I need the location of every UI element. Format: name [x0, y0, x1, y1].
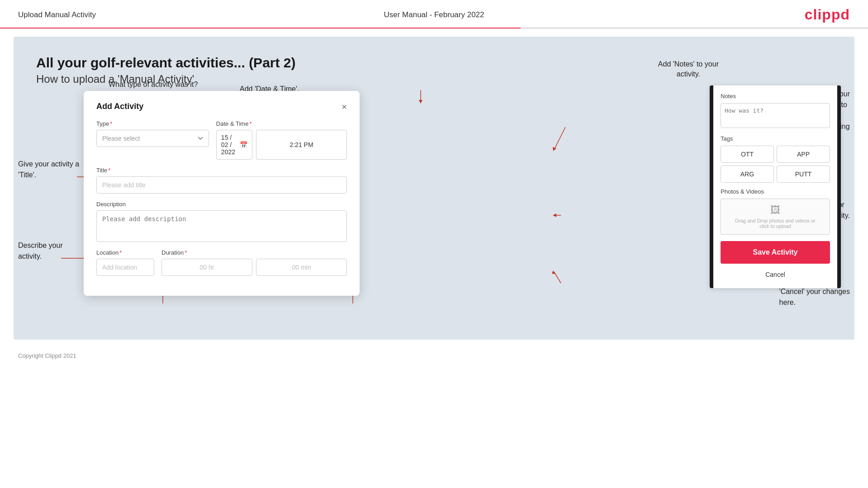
duration-hr-input[interactable] [161, 259, 252, 276]
notes-textarea[interactable] [721, 103, 830, 128]
date-input-group[interactable]: 15 / 02 / 2022 📅 [216, 130, 252, 160]
top-bar: Upload Manual Activity User Manual - Feb… [0, 0, 868, 28]
svg-marker-13 [419, 100, 422, 104]
annotation-title: Give your activity a'Title'. [18, 159, 79, 180]
desc-label: Description [96, 201, 347, 208]
type-group: Type* Please select [96, 120, 209, 160]
add-activity-dialog: Add Activity × Type* Please select Date … [84, 91, 360, 296]
title-input[interactable] [96, 176, 347, 194]
right-panel-inner: Notes Tags OTT APP ARG PUTT Photos & Vid… [713, 85, 837, 288]
type-label: Type* [96, 120, 209, 127]
document-subtitle: User Manual - February 2022 [384, 10, 484, 19]
header-divider [0, 28, 868, 28]
upload-area[interactable]: 🖼 Drag and Drop photos and videos orclic… [721, 199, 830, 235]
location-group: Location* [96, 249, 154, 276]
duration-label: Duration* [161, 249, 347, 256]
notes-label: Notes [721, 93, 830, 99]
annotation-notes: Add 'Notes' to youractivity. [658, 59, 719, 80]
title-field-label: Title* [96, 167, 347, 174]
tag-app[interactable]: APP [777, 146, 830, 163]
upload-icon: 🖼 [770, 204, 780, 216]
duration-inputs [161, 259, 347, 276]
tag-arg[interactable]: ARG [721, 166, 774, 183]
cancel-button[interactable]: Cancel [721, 268, 830, 281]
time-input[interactable] [256, 130, 347, 160]
svg-line-18 [554, 272, 561, 283]
page-title: Upload Manual Activity [18, 10, 96, 19]
description-textarea[interactable] [96, 210, 347, 242]
tag-putt[interactable]: PUTT [777, 166, 830, 183]
main-content: All your golf-relevant activities... (Pa… [14, 37, 854, 340]
type-date-row: Type* Please select Date & Time* 15 / 02… [96, 120, 347, 160]
location-duration-row: Location* Duration* [96, 249, 347, 276]
date-value: 15 / 02 / 2022 [221, 134, 235, 156]
tag-ott[interactable]: OTT [721, 146, 774, 163]
svg-marker-17 [553, 213, 556, 217]
date-time-group: Date & Time* 15 / 02 / 2022 📅 [216, 120, 347, 160]
location-input[interactable] [96, 259, 154, 276]
title-group: Title* [96, 167, 347, 194]
svg-line-14 [554, 127, 565, 150]
save-activity-button[interactable]: Save Activity [721, 241, 830, 264]
dialog-title: Add Activity [96, 102, 143, 111]
duration-min-input[interactable] [256, 259, 347, 276]
annotation-description: Describe youractivity. [18, 240, 63, 262]
logo: clippd [805, 6, 850, 23]
required-star: * [110, 120, 112, 127]
type-select[interactable]: Please select [96, 130, 209, 147]
calendar-icon: 📅 [240, 141, 247, 148]
svg-marker-19 [552, 270, 555, 274]
dialog-header: Add Activity × [96, 102, 347, 111]
tags-grid: OTT APP ARG PUTT [721, 146, 830, 183]
right-panel: Notes Tags OTT APP ARG PUTT Photos & Vid… [710, 85, 841, 288]
location-label: Location* [96, 249, 154, 256]
upload-text: Drag and Drop photos and videos orclick … [735, 218, 815, 229]
close-button[interactable]: × [342, 102, 347, 111]
svg-marker-15 [553, 147, 556, 151]
duration-group: Duration* [161, 249, 347, 276]
photos-label: Photos & Videos [721, 188, 830, 195]
date-label: Date & Time* [216, 120, 347, 127]
desc-group: Description [96, 201, 347, 242]
copyright: Copyright Clippd 2021 [0, 348, 868, 364]
tags-label: Tags [721, 135, 830, 142]
